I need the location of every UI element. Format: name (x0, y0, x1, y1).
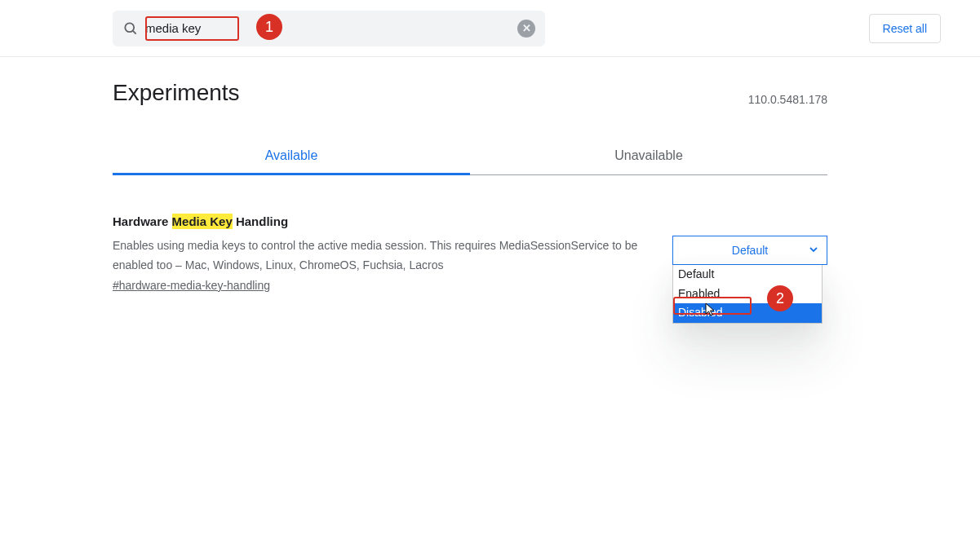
flag-select-dropdown: Default Enabled Disabled (672, 265, 823, 324)
top-bar: ✕ Reset all (0, 0, 980, 57)
option-default[interactable]: Default (673, 265, 822, 285)
flag-title-highlight: Media Key (172, 214, 233, 229)
svg-line-1 (133, 30, 136, 33)
svg-point-0 (125, 23, 134, 32)
flag-anchor-link[interactable]: #hardware-media-key-handling (113, 279, 270, 292)
flag-title-pre: Hardware (113, 214, 172, 228)
content-area: Experiments 110.0.5481.178 Available Una… (113, 57, 827, 292)
close-icon: ✕ (522, 23, 531, 33)
search-input-container (145, 11, 517, 46)
flag-description: Enables using media keys to control the … (113, 236, 653, 276)
flag-select-wrap: Default Default Enabled Disabled (672, 236, 827, 265)
title-row: Experiments 110.0.5481.178 (113, 80, 827, 106)
flag-select-value: Default (732, 244, 768, 257)
flag-row: Hardware Media Key Handling Enables usin… (113, 175, 827, 292)
tab-unavailable[interactable]: Unavailable (470, 137, 827, 174)
annotation-badge-1: 1 (256, 14, 282, 40)
page-title: Experiments (113, 80, 240, 106)
version-label: 110.0.5481.178 (748, 93, 827, 106)
reset-all-button[interactable]: Reset all (869, 14, 941, 43)
flag-text: Hardware Media Key Handling Enables usin… (113, 214, 653, 292)
search-box[interactable]: ✕ (113, 11, 545, 46)
search-input[interactable] (145, 11, 517, 46)
option-disabled[interactable]: Disabled (673, 303, 822, 323)
chevron-down-icon (809, 244, 818, 257)
flag-select[interactable]: Default (672, 236, 827, 265)
flag-title-post: Handling (233, 214, 288, 228)
option-enabled[interactable]: Enabled (673, 285, 822, 304)
tabs: Available Unavailable (113, 137, 827, 175)
clear-search-button[interactable]: ✕ (517, 20, 535, 38)
search-icon (122, 20, 139, 37)
tab-available[interactable]: Available (113, 137, 470, 174)
flag-title: Hardware Media Key Handling (113, 214, 653, 228)
annotation-badge-2: 2 (767, 285, 793, 311)
